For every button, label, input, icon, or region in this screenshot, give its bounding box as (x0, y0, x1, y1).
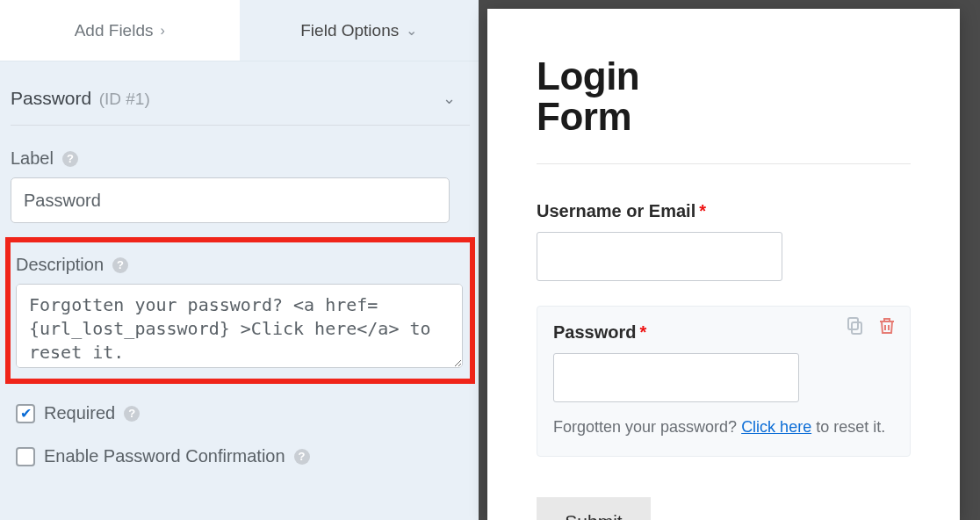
trash-icon[interactable] (876, 315, 897, 336)
field-label: Password* (553, 322, 894, 343)
tab-label: Add Fields (75, 21, 154, 40)
help-icon[interactable]: ? (294, 449, 310, 465)
required-checkbox[interactable] (16, 404, 35, 423)
setting-label: Label ? (11, 148, 465, 223)
chevron-down-icon: ⌄ (406, 22, 417, 39)
svg-rect-0 (852, 322, 861, 334)
label-text: Password (553, 322, 636, 342)
setting-caption: Label (11, 148, 54, 169)
password-hint: Forgotten your password? Click here to r… (553, 416, 894, 438)
submit-button[interactable]: Submit (537, 497, 651, 520)
section-id: (ID #1) (99, 90, 150, 108)
setting-confirm: Enable Password Confirmation ? (16, 446, 470, 466)
label-text: Username or Email (537, 201, 695, 220)
chevron-right-icon: › (160, 23, 164, 39)
field-password[interactable]: Password* Forgotten your password? Click… (537, 306, 911, 457)
title-rule (537, 163, 911, 164)
section-header: Password (ID #1) ⌄ (11, 88, 470, 126)
setting-required: Required ? (16, 403, 470, 423)
panel-tabs: Add Fields › Field Options ⌄ (0, 0, 479, 61)
tab-add-fields[interactable]: Add Fields › (0, 0, 240, 61)
hint-suffix: to reset it. (811, 418, 885, 436)
form-title: Login Form (537, 56, 686, 137)
required-star-icon: * (699, 201, 706, 220)
field-username[interactable]: Username or Email* (537, 201, 911, 281)
required-star-icon: * (639, 322, 646, 342)
panel-body: Password (ID #1) ⌄ Label ? Description ?… (0, 61, 479, 489)
checkbox-label: Required (44, 403, 115, 423)
confirm-checkbox[interactable] (16, 447, 35, 466)
label-input[interactable] (11, 177, 450, 223)
preview-card: Login Form Username or Email* (487, 9, 960, 520)
checkbox-label: Enable Password Confirmation (44, 446, 285, 466)
section-title-wrap: Password (ID #1) (11, 88, 150, 109)
tab-label: Field Options (300, 21, 399, 40)
reset-password-link[interactable]: Click here (741, 418, 811, 436)
field-settings-panel: Add Fields › Field Options ⌄ Password (I… (0, 0, 479, 520)
help-icon[interactable]: ? (62, 151, 78, 167)
section-title: Password (11, 88, 91, 108)
preview-area: Login Form Username or Email* (479, 0, 980, 520)
help-icon[interactable]: ? (124, 406, 140, 422)
field-actions (845, 315, 897, 336)
hint-prefix: Forgotten your password? (553, 418, 741, 436)
svg-rect-1 (848, 318, 858, 329)
field-label: Username or Email* (537, 201, 911, 221)
tab-field-options[interactable]: Field Options ⌄ (240, 0, 479, 61)
setting-description-highlight: Description ? Forgotten your password? <… (5, 237, 475, 384)
duplicate-icon[interactable] (845, 315, 866, 336)
help-icon[interactable]: ? (112, 257, 128, 273)
section-collapse-icon[interactable]: ⌄ (443, 89, 465, 108)
password-input[interactable] (553, 353, 799, 402)
setting-caption: Description (16, 255, 104, 275)
username-input[interactable] (537, 232, 782, 281)
description-textarea[interactable]: Forgotten your password? <a href={url_lo… (16, 284, 463, 368)
